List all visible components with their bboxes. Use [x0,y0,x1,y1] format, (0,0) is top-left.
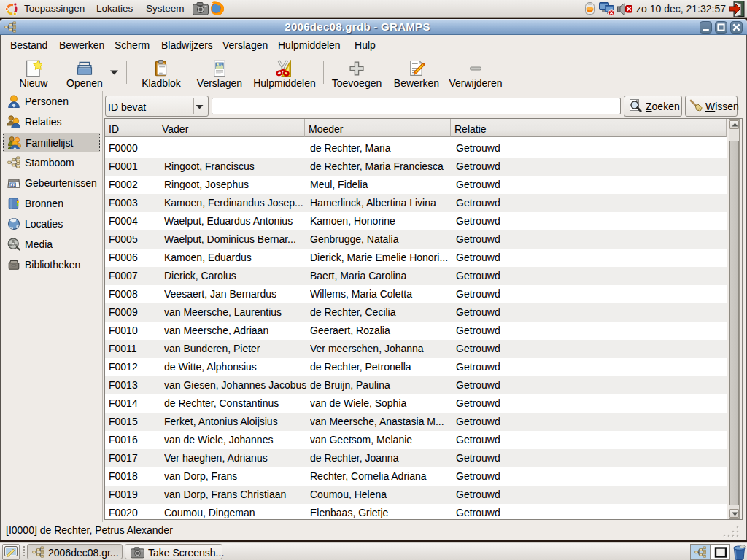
svg-text:31: 31 [11,183,16,187]
